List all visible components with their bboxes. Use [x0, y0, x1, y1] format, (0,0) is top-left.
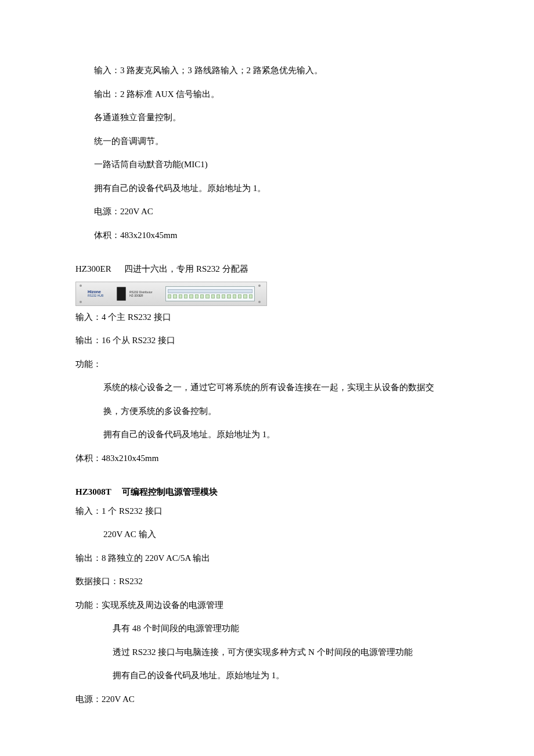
section3-func-body: 具有 48 个时间段的电源管理功能 透过 RS232 接口与电脑连接，可方便实现…	[75, 622, 459, 682]
section2-func-label: 功能：	[75, 358, 459, 371]
func-line: 换，方便系统的多设备控制。	[103, 405, 459, 418]
spec-line: 统一的音调调节。	[94, 135, 459, 148]
section3-dataport: 数据接口：RS232	[75, 575, 459, 588]
spec-line: 拥有自己的设备代码及地址。原始地址为 1。	[94, 182, 459, 195]
led-row	[168, 294, 252, 298]
section3-power: 电源：220V AC	[75, 693, 459, 706]
section3-input-l1: 输入：1 个 RS232 接口	[75, 505, 459, 518]
device-image: Hizone RS232 HUB RS232 Distributor HZ-30…	[75, 282, 267, 306]
section3-output: 输出：8 路独立的 220V AC/5A 输出	[75, 552, 459, 565]
brand-sub: RS232 HUB	[88, 294, 113, 298]
func-line: 具有 48 个时间段的电源管理功能	[113, 622, 459, 635]
rack-screws-left	[80, 283, 84, 304]
section2-input: 输入：4 个主 RS232 接口	[75, 311, 459, 324]
device-model-label: RS232 Distributor HZ-300ER	[129, 290, 162, 297]
section2-func-body: 系统的核心设备之一，通过它可将系统的所有设备连接在一起，实现主从设备的数据交 换…	[75, 381, 459, 441]
section1-specs: 输入：3 路麦克风输入；3 路线路输入；2 路紧急优先输入。 输出：2 路标准 …	[75, 64, 459, 242]
section2-heading: HZ300ER 四进十六出，专用 RS232 分配器	[75, 262, 459, 276]
model-desc: 四进十六出，专用 RS232 分配器	[124, 264, 248, 273]
func-line: 拥有自己的设备代码及地址。原始地址为 1。	[113, 669, 459, 682]
device-brand-label: Hizone RS232 HUB	[88, 290, 113, 297]
section3-heading: HZ3008T 可编程控制电源管理模块	[75, 485, 459, 499]
func-line: 系统的核心设备之一，通过它可将系统的所有设备连接在一起，实现主从设备的数据交	[103, 381, 459, 394]
device-led-panel	[165, 286, 255, 301]
rack-screws-right	[258, 283, 263, 304]
spec-line: 体积：483x210x45mm	[94, 229, 459, 242]
func-line: 透过 RS232 接口与电脑连接，可方便实现多种方式 N 个时间段的电源管理功能	[113, 646, 459, 659]
spec-line: 输出：2 路标准 AUX 信号输出。	[94, 88, 459, 101]
spec-line: 一路话筒自动默音功能(MIC1)	[94, 158, 459, 171]
model-code: HZ3008T	[75, 487, 111, 496]
panel-bar	[168, 289, 252, 293]
document-page: 输入：3 路麦克风输入；3 路线路输入；2 路紧急优先输入。 输出：2 路标准 …	[0, 0, 534, 756]
model-code: HZ300ER	[75, 264, 111, 273]
spec-line: 电源：220V AC	[94, 205, 459, 218]
power-switch-icon	[117, 287, 126, 301]
section3-func-l1: 功能：实现系统及周边设备的电源管理	[75, 599, 459, 612]
spec-line: 各通道独立音量控制。	[94, 111, 459, 124]
section2-output: 输出：16 个从 RS232 接口	[75, 334, 459, 347]
func-line: 拥有自己的设备代码及地址。原始地址为 1。	[103, 428, 459, 441]
spec-line: 输入：3 路麦克风输入；3 路线路输入；2 路紧急优先输入。	[94, 64, 459, 77]
section2-volume: 体积：483x210x45mm	[75, 452, 459, 465]
model-desc: 可编程控制电源管理模块	[122, 487, 218, 496]
section3-input-l2: 220V AC 输入	[75, 528, 459, 541]
